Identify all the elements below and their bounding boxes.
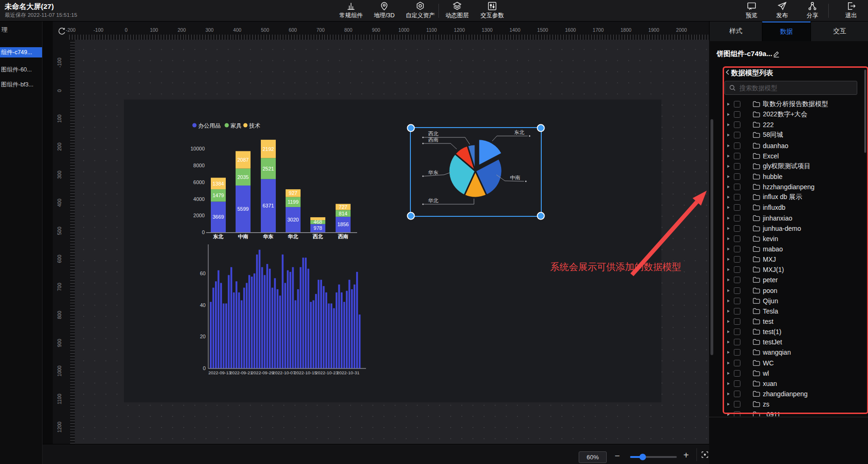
refresh-rulers-icon[interactable] xyxy=(57,27,66,36)
folder-caret-icon[interactable] xyxy=(727,248,730,250)
folder-caret-icon[interactable] xyxy=(727,186,730,188)
model-folder-row[interactable]: 222 xyxy=(724,120,864,130)
action-exit[interactable]: 退出 xyxy=(835,1,868,21)
tool-regular-components[interactable]: 常规组件 xyxy=(335,1,367,21)
model-folder-row[interactable]: zhangdianpeng xyxy=(724,389,864,399)
folder-checkbox[interactable] xyxy=(734,266,740,273)
selection-handle-top-left[interactable] xyxy=(407,124,415,132)
folder-checkbox[interactable] xyxy=(734,184,740,190)
folder-checkbox[interactable] xyxy=(734,101,740,107)
folder-caret-icon[interactable] xyxy=(727,155,730,157)
model-folder-row[interactable]: test xyxy=(724,316,864,327)
folder-checkbox[interactable] xyxy=(734,308,740,314)
model-folder-row[interactable]: xuan xyxy=(724,378,864,389)
model-folder-row[interactable]: duanhao xyxy=(724,141,864,151)
selection-handle-bottom-left[interactable] xyxy=(407,212,415,220)
model-folder-row[interactable]: zs xyxy=(724,399,864,409)
model-folder-row[interactable]: peter xyxy=(724,275,864,285)
search-input[interactable] xyxy=(739,84,857,92)
panel-scrollbar-thumb[interactable] xyxy=(864,70,866,153)
folder-caret-icon[interactable] xyxy=(727,289,730,292)
folder-caret-icon[interactable] xyxy=(727,217,730,220)
folder-checkbox[interactable] xyxy=(734,370,740,377)
folder-checkbox[interactable] xyxy=(734,236,740,242)
selection-handle-bottom-right[interactable] xyxy=(537,212,545,220)
folder-checkbox[interactable] xyxy=(734,411,740,416)
folder-caret-icon[interactable] xyxy=(727,320,730,323)
folder-checkbox[interactable] xyxy=(734,298,740,304)
model-folder-row[interactable]: hubble xyxy=(724,171,864,182)
folder-caret-icon[interactable] xyxy=(727,206,730,209)
folder-checkbox[interactable] xyxy=(734,380,740,387)
model-folder-row[interactable]: hzzhangdianpeng xyxy=(724,182,864,192)
folder-caret-icon[interactable] xyxy=(727,310,730,313)
tool-custom-assets[interactable]: 自定义资产 xyxy=(404,1,437,21)
folder-caret-icon[interactable] xyxy=(727,144,730,147)
model-folder-row[interactable]: MXJ(1) xyxy=(724,264,864,275)
component-selection-box[interactable] xyxy=(410,127,542,217)
model-folder-row[interactable]: _0911 xyxy=(724,409,864,416)
model-folder-row[interactable]: testJet xyxy=(724,337,864,347)
zoom-slider-handle[interactable] xyxy=(639,454,646,460)
action-preview[interactable]: 预览 xyxy=(735,1,768,21)
folder-caret-icon[interactable] xyxy=(727,196,730,199)
folder-caret-icon[interactable] xyxy=(727,258,730,261)
folder-caret-icon[interactable] xyxy=(727,123,730,126)
model-folder-row[interactable]: jinhanxiao xyxy=(724,213,864,223)
zoom-out-button[interactable]: − xyxy=(615,451,620,461)
folder-checkbox[interactable] xyxy=(734,349,740,356)
fit-to-screen-icon[interactable] xyxy=(700,450,710,459)
model-folder-row[interactable]: influxdb xyxy=(724,202,864,213)
model-folder-row[interactable]: Qijun xyxy=(724,296,864,306)
folder-caret-icon[interactable] xyxy=(727,268,730,271)
folder-caret-icon[interactable] xyxy=(727,330,730,333)
folder-checkbox[interactable] xyxy=(734,194,740,200)
folder-checkbox[interactable] xyxy=(734,339,740,345)
folder-caret-icon[interactable] xyxy=(727,237,730,240)
zoom-in-button[interactable]: + xyxy=(683,450,689,461)
action-publish[interactable]: 发布 xyxy=(766,1,798,21)
folder-checkbox[interactable] xyxy=(734,277,740,283)
folder-caret-icon[interactable] xyxy=(727,165,730,168)
folder-checkbox[interactable] xyxy=(734,391,740,397)
tool-dynamic-layers[interactable]: 动态图层 xyxy=(441,1,473,21)
folder-checkbox[interactable] xyxy=(734,153,740,159)
folder-checkbox[interactable] xyxy=(734,204,740,211)
canvas-vertical-scrollbar[interactable] xyxy=(710,119,713,355)
zoom-slider[interactable] xyxy=(630,456,677,458)
folder-checkbox[interactable] xyxy=(734,121,740,128)
folder-caret-icon[interactable] xyxy=(727,372,730,375)
folder-checkbox[interactable] xyxy=(734,163,740,170)
model-folder-row[interactable]: poon xyxy=(724,286,864,296)
model-folder-row[interactable]: junhua-demo xyxy=(724,223,864,234)
folder-checkbox[interactable] xyxy=(734,246,740,252)
selection-handle-top-right[interactable] xyxy=(537,124,545,132)
model-folder-row[interactable]: 取数分析报告数据模型 xyxy=(724,99,864,109)
folder-checkbox[interactable] xyxy=(734,256,740,263)
folder-checkbox[interactable] xyxy=(734,401,740,407)
folder-caret-icon[interactable] xyxy=(727,393,730,395)
tool-interaction-params[interactable]: 交互参数 xyxy=(476,1,509,21)
folder-checkbox[interactable] xyxy=(734,173,740,180)
folder-caret-icon[interactable] xyxy=(727,134,730,136)
layer-item[interactable]: 图组件-bf3... xyxy=(0,79,43,90)
action-share[interactable]: 分享 xyxy=(796,1,829,21)
folder-checkbox[interactable] xyxy=(734,328,740,335)
folder-checkbox[interactable] xyxy=(734,360,740,366)
model-folder-row[interactable]: 58同城 xyxy=(724,130,864,140)
folder-caret-icon[interactable] xyxy=(727,113,730,116)
tool-geo-3d[interactable]: 地理/3D xyxy=(368,1,401,21)
folder-checkbox[interactable] xyxy=(734,225,740,232)
model-folder-row[interactable]: wangqian xyxy=(724,347,864,357)
layer-item[interactable]: 组件-c749... xyxy=(0,47,43,57)
model-folder-row[interactable]: influx db 展示 xyxy=(724,192,864,202)
zoom-value-box[interactable]: 60% xyxy=(579,451,607,463)
folder-checkbox[interactable] xyxy=(734,132,740,138)
layer-item[interactable]: 图组件-60... xyxy=(0,64,43,75)
model-folder-row[interactable]: gly权限测试项目 xyxy=(724,161,864,171)
back-chevron-icon[interactable] xyxy=(725,69,730,75)
model-folder-row[interactable]: Excel xyxy=(724,151,864,161)
model-folder-row[interactable]: test(1) xyxy=(724,327,864,337)
folder-checkbox[interactable] xyxy=(734,318,740,325)
folder-caret-icon[interactable] xyxy=(727,413,730,416)
